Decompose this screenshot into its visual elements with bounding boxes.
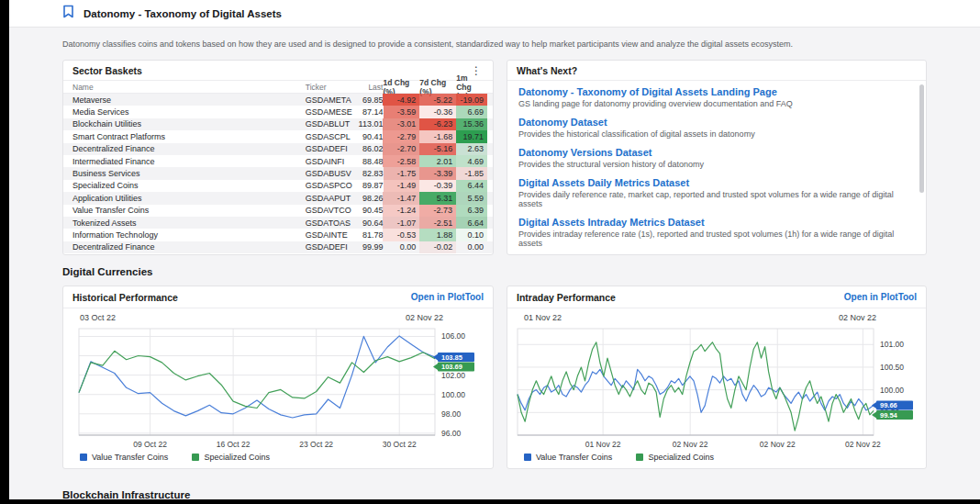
sector-baskets-title: Sector Baskets <box>72 65 142 76</box>
cell-7d-chg: -6.23 <box>419 118 456 130</box>
last-value-badge-text: 99.66 <box>880 401 897 409</box>
whats-next-link[interactable]: Datonomy Dataset <box>518 117 913 128</box>
whats-next-link[interactable]: Datonomy - Taxonomy of Digital Assets La… <box>518 86 913 97</box>
whats-next-link[interactable]: Digital Assets Daily Metrics Dataset <box>518 177 913 188</box>
scrollbar-thumb[interactable] <box>919 84 924 193</box>
table-row[interactable]: Application UtilitiesGSDAAPUT98.26-1.475… <box>63 192 493 204</box>
legend-swatch-icon <box>524 454 531 461</box>
y-axis-label: 100.50 <box>880 363 904 372</box>
historical-performance-title: Historical Performance <box>72 292 178 303</box>
table-row[interactable]: Business ServicesGSDABUSV82.83-1.75-3.39… <box>63 167 493 179</box>
table-row[interactable]: Information TechnologyGSDAINTE81.78-0.53… <box>63 229 493 241</box>
legend-item[interactable]: Value Transfer Coins <box>524 453 612 462</box>
table-row[interactable]: Blockchain UtilitiesGSDABLUT113.01-3.01-… <box>63 118 493 130</box>
table-row[interactable]: MetaverseGSDAMETA69.85-4.92-5.22-19.09 <box>63 94 493 106</box>
last-value-badge-text: 99.54 <box>880 411 898 420</box>
cell-1m-chg: 6.64 <box>456 217 487 229</box>
series-line-value-transfer-coins <box>518 369 874 412</box>
chart-legend: Value Transfer CoinsSpecialized Coins <box>63 450 493 462</box>
cell-1m-chg: 19.71 <box>456 130 487 142</box>
chart-end-date: 02 Nov 22 <box>406 313 443 325</box>
cell-1m-chg: 4.69 <box>456 155 487 167</box>
cell-1m-chg: -19.09 <box>456 94 487 106</box>
series-line-specialized-coins <box>79 351 435 408</box>
intraday-performance-panel: Intraday Performance Open in PlotTool 01… <box>507 286 927 469</box>
cell-ticker: GSDATOAS <box>306 217 351 229</box>
cell-1m-chg: 6.39 <box>456 205 487 217</box>
table-row[interactable]: Intermediated FinanceGSDAINFI88.48-2.582… <box>63 155 493 167</box>
whats-next-desc: Provides daily reference rate, market ca… <box>518 190 913 208</box>
historical-performance-chart: 96.0098.00100.00102.00104.00106.0009 Oct… <box>72 325 484 450</box>
y-axis-label: 101.00 <box>880 340 904 349</box>
y-axis-label: 102.00 <box>441 371 465 380</box>
cell-7d-chg: -1.68 <box>419 130 456 142</box>
cell-name: Media Services <box>72 106 306 118</box>
cell-7d-chg: -5.22 <box>419 94 456 106</box>
x-axis-label: 02 Nov 22 <box>760 440 796 449</box>
cell-last: 98.26 <box>351 192 384 204</box>
y-axis-label: 98.00 <box>441 409 462 419</box>
legend-item[interactable]: Value Transfer Coins <box>80 453 168 462</box>
x-axis-label: 16 Oct 22 <box>217 440 251 449</box>
table-row[interactable]: Specialized CoinsGSDASPCO89.87-1.49-0.39… <box>63 180 493 192</box>
table-row[interactable]: Tokenized AssetsGSDATOAS90.64-1.07-2.516… <box>63 217 493 229</box>
x-axis-label: 30 Oct 22 <box>383 440 417 449</box>
table-row[interactable]: Media ServicesGSDAMESE87.14-3.59-0.366.6… <box>63 106 493 118</box>
cell-1d-chg: -2.58 <box>383 155 419 167</box>
cell-last: 81.78 <box>351 229 384 241</box>
legend-swatch-icon <box>636 454 643 461</box>
cell-1d-chg: -3.01 <box>383 118 419 130</box>
chart-legend: Value Transfer CoinsSpecialized Coins <box>507 450 926 462</box>
chart-start-date: 01 Nov 22 <box>524 313 562 325</box>
cell-1d-chg: -0.53 <box>383 229 419 241</box>
intraday-performance-chart: 99.50100.00100.50101.0001 Nov 2202 Nov 2… <box>510 325 923 450</box>
cell-1m-chg: 0.10 <box>456 229 487 241</box>
col-ticker: Ticker <box>306 83 351 92</box>
chart-date-range: 01 Nov 22 02 Nov 22 <box>507 308 926 325</box>
bookmark-icon[interactable] <box>62 5 74 22</box>
cell-7d-chg: -0.02 <box>419 241 456 253</box>
table-row[interactable]: Decentralized FinanceGSDADEFI86.02-2.70-… <box>63 143 493 155</box>
whats-next-panel: What's Next? Datonomy - Taxonomy of Digi… <box>507 60 927 255</box>
cell-name: Tokenized Assets <box>72 217 306 229</box>
whats-next-link[interactable]: Digital Assets Intraday Metrics Dataset <box>518 217 913 228</box>
cell-7d-chg: -2.73 <box>419 205 456 217</box>
legend-label: Value Transfer Coins <box>92 453 168 462</box>
cell-last: 90.64 <box>351 217 384 229</box>
sector-baskets-panel: Sector Baskets ⋮ Name Ticker Last 1d Chg… <box>62 60 494 255</box>
table-row[interactable]: Value Transfer CoinsGSDAVTCO90.45-1.24-2… <box>63 205 493 217</box>
cell-7d-chg: -5.16 <box>419 143 456 155</box>
open-in-plottool-link[interactable]: Open in PlotTool <box>844 292 917 302</box>
table-row[interactable]: Decentralized FinanceGSDADEFI99.990.00-0… <box>63 241 493 253</box>
cell-1d-chg: -1.75 <box>384 167 420 179</box>
x-axis-label: 09 Oct 22 <box>133 440 167 449</box>
cell-last: 86.02 <box>351 143 384 155</box>
cell-ticker: GSDAINFI <box>306 155 351 167</box>
cell-ticker: GSDAAPUT <box>306 192 351 204</box>
legend-label: Specialized Coins <box>648 453 714 462</box>
cell-name: Intermediated Finance <box>72 155 306 167</box>
series-line-value-transfer-coins <box>79 336 435 418</box>
table-row[interactable]: Smart Contract PlatformsGSDASCPL90.41-2.… <box>63 130 493 142</box>
page-header: Datonomy - Taxonomy of Digital Assets <box>9 0 980 28</box>
intro-text: Datonomy classifies coins and tokens bas… <box>62 39 936 49</box>
open-in-plottool-link[interactable]: Open in PlotTool <box>411 292 484 302</box>
whats-next-title: What's Next? <box>517 65 577 76</box>
sector-baskets-body: MetaverseGSDAMETA69.85-4.92-5.22-19.09Me… <box>63 94 493 253</box>
x-axis-label: 02 Nov 22 <box>845 440 881 449</box>
cell-last: 90.45 <box>351 205 384 217</box>
cell-last: 113.01 <box>351 118 384 130</box>
whats-next-link[interactable]: Datonomy Versions Dataset <box>518 147 913 158</box>
app-window: Datonomy - Taxonomy of Digital Assets Da… <box>9 0 980 499</box>
cell-1d-chg: -2.79 <box>383 130 419 142</box>
whats-next-desc: Provides the historical classification o… <box>518 129 913 139</box>
cell-1d-chg: -1.47 <box>383 192 419 204</box>
legend-item[interactable]: Specialized Coins <box>192 453 270 462</box>
chart-start-date: 03 Oct 22 <box>80 313 116 325</box>
cell-1m-chg: 0.00 <box>456 241 487 253</box>
cell-name: Decentralized Finance <box>72 241 306 253</box>
whats-next-item: Datonomy DatasetProvides the historical … <box>518 117 913 139</box>
cell-ticker: GSDADEFI <box>306 241 351 253</box>
legend-item[interactable]: Specialized Coins <box>636 453 714 462</box>
cell-1m-chg: -1.85 <box>456 167 487 179</box>
